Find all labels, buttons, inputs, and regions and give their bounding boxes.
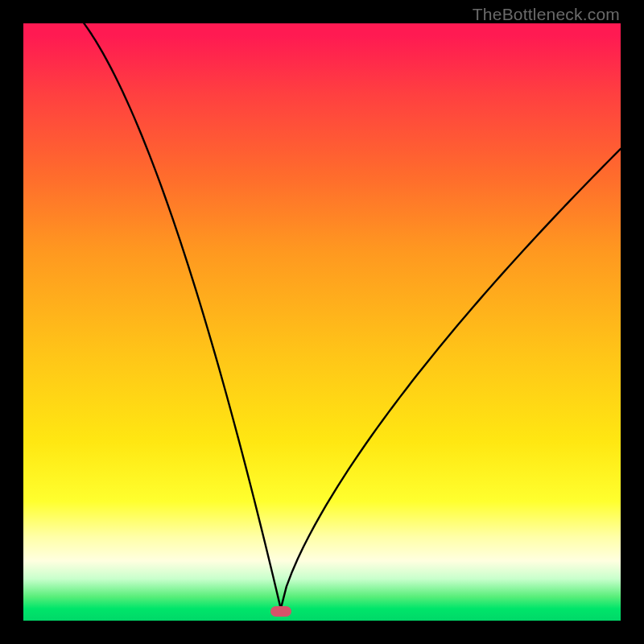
- plot-area: [23, 23, 621, 621]
- watermark: TheBottleneck.com: [473, 5, 620, 24]
- chart-frame: TheBottleneck.com: [0, 0, 644, 644]
- bottleneck-curve: [23, 23, 621, 621]
- optimal-marker: [270, 606, 291, 617]
